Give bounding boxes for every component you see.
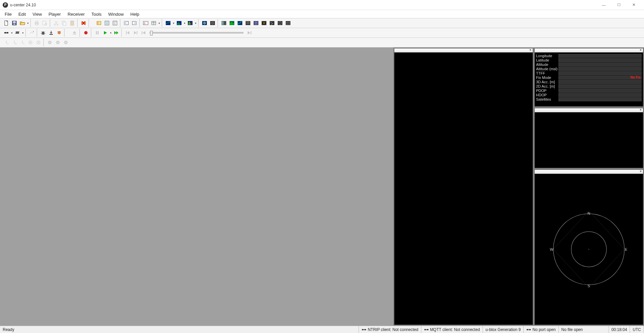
config-view-button[interactable] bbox=[103, 19, 111, 27]
statusbar: Ready NTRIP client: Not connected MQTT c… bbox=[0, 326, 644, 333]
step-back-button[interactable] bbox=[124, 29, 131, 36]
docking-8-button[interactable] bbox=[276, 19, 284, 27]
baudrate-button[interactable] bbox=[14, 29, 21, 36]
coldstart-button[interactable]: C bbox=[19, 39, 26, 46]
svg-text:W: W bbox=[15, 43, 17, 45]
play-button[interactable] bbox=[102, 29, 109, 36]
packet-console-button[interactable] bbox=[123, 19, 130, 27]
menu-help[interactable]: Help bbox=[127, 11, 143, 18]
docking-7-button[interactable] bbox=[268, 19, 276, 27]
chart-view-button[interactable] bbox=[164, 19, 172, 27]
svg-rect-12 bbox=[63, 22, 66, 25]
text-console-button[interactable] bbox=[111, 19, 119, 27]
connect-button[interactable] bbox=[3, 29, 10, 36]
histogram-dropdown[interactable]: ▼ bbox=[183, 19, 186, 27]
download-button[interactable] bbox=[47, 29, 55, 36]
disconnect-button[interactable] bbox=[80, 19, 87, 27]
goto-start-button[interactable] bbox=[140, 29, 147, 36]
status-file: No file open bbox=[559, 326, 609, 333]
baudrate-dropdown[interactable]: ▼ bbox=[21, 29, 24, 36]
close-icon[interactable]: × bbox=[639, 170, 642, 174]
open-dropdown[interactable]: ▼ bbox=[26, 19, 29, 27]
menu-file[interactable]: File bbox=[1, 11, 15, 18]
svg-rect-55 bbox=[270, 21, 274, 25]
svg-rect-36 bbox=[190, 23, 191, 25]
docking-2-button[interactable] bbox=[228, 19, 236, 27]
gear-2-button[interactable] bbox=[54, 39, 61, 46]
table-view-button[interactable] bbox=[150, 19, 157, 27]
minimize-button[interactable]: — bbox=[596, 0, 611, 10]
eject-button[interactable] bbox=[71, 29, 78, 36]
menu-edit[interactable]: Edit bbox=[15, 11, 29, 18]
svg-rect-74 bbox=[73, 34, 76, 34]
svg-rect-64 bbox=[286, 23, 288, 25]
assist-2-button[interactable] bbox=[35, 39, 42, 46]
playback-slider[interactable] bbox=[150, 32, 243, 33]
play-dropdown[interactable]: ▼ bbox=[109, 29, 112, 36]
status-time: 00:18:04 bbox=[609, 326, 630, 333]
save-button[interactable] bbox=[11, 19, 18, 27]
open-button[interactable] bbox=[19, 19, 26, 27]
histogram-view-button[interactable] bbox=[175, 19, 183, 27]
binary-console-button[interactable] bbox=[131, 19, 138, 27]
docking-3-button[interactable] bbox=[236, 19, 244, 27]
docking-6-button[interactable] bbox=[260, 19, 268, 27]
menu-receiver[interactable]: Receiver bbox=[64, 11, 88, 18]
menu-window[interactable]: Window bbox=[105, 11, 127, 18]
upload-config-button[interactable] bbox=[55, 29, 63, 36]
titlebar: P u-center 24.10 — ☐ ✕ bbox=[0, 0, 644, 10]
fast-forward-button[interactable] bbox=[113, 29, 120, 36]
messages-view-button[interactable] bbox=[95, 19, 103, 27]
debug-button[interactable] bbox=[39, 29, 47, 36]
paste-button[interactable] bbox=[69, 19, 76, 27]
sky-view-button[interactable] bbox=[209, 19, 216, 27]
bars-dropdown[interactable]: ▼ bbox=[194, 19, 197, 27]
menu-player[interactable]: Player bbox=[45, 11, 64, 18]
close-icon[interactable]: × bbox=[529, 49, 532, 52]
connect-dropdown[interactable]: ▼ bbox=[10, 29, 13, 36]
close-button[interactable]: ✕ bbox=[626, 0, 641, 10]
assist-1-button[interactable] bbox=[27, 39, 34, 46]
svg-rect-28 bbox=[166, 21, 170, 25]
status-port: No port open bbox=[524, 326, 558, 333]
svg-rect-62 bbox=[286, 22, 288, 23]
map-view-button[interactable] bbox=[201, 19, 208, 27]
print-preview-button[interactable] bbox=[41, 19, 48, 27]
close-icon[interactable]: × bbox=[639, 109, 642, 112]
record-button[interactable] bbox=[82, 29, 90, 36]
satellite-level-panel: × bbox=[534, 108, 643, 168]
svg-point-18 bbox=[98, 23, 98, 24]
svg-point-68 bbox=[33, 31, 34, 32]
fx-button[interactable]: Σ bbox=[142, 19, 149, 27]
pause-button[interactable] bbox=[94, 29, 101, 36]
step-forward-button[interactable] bbox=[132, 29, 139, 36]
print-button[interactable] bbox=[33, 19, 40, 27]
data-row: Altitude (msl) bbox=[536, 67, 642, 71]
chart-dropdown[interactable]: ▼ bbox=[172, 19, 175, 27]
gear-3-button[interactable] bbox=[62, 39, 70, 46]
docking-5-button[interactable] bbox=[252, 19, 260, 27]
close-icon[interactable]: × bbox=[639, 49, 642, 52]
data-field bbox=[558, 93, 642, 97]
svg-text:N: N bbox=[588, 211, 590, 215]
goto-end-button[interactable] bbox=[246, 29, 253, 36]
svg-rect-65 bbox=[288, 23, 290, 25]
autobauding-button[interactable] bbox=[28, 29, 35, 36]
docking-4-button[interactable] bbox=[244, 19, 252, 27]
svg-text:S: S bbox=[588, 284, 590, 288]
table-dropdown[interactable]: ▼ bbox=[158, 19, 161, 27]
gear-1-button[interactable] bbox=[46, 39, 53, 46]
new-file-button[interactable] bbox=[3, 19, 10, 27]
menu-view[interactable]: View bbox=[29, 11, 45, 18]
bars-view-button[interactable] bbox=[186, 19, 194, 27]
svg-rect-76 bbox=[96, 31, 97, 34]
copy-button[interactable] bbox=[60, 19, 68, 27]
plug-icon bbox=[362, 328, 366, 332]
menu-tools[interactable]: Tools bbox=[88, 11, 105, 18]
cut-button[interactable] bbox=[52, 19, 60, 27]
warmstart-button[interactable]: W bbox=[11, 39, 18, 46]
docking-9-button[interactable] bbox=[284, 19, 292, 27]
hotstart-button[interactable]: H bbox=[3, 39, 10, 46]
maximize-button[interactable]: ☐ bbox=[611, 0, 626, 10]
docking-1-button[interactable] bbox=[220, 19, 228, 27]
